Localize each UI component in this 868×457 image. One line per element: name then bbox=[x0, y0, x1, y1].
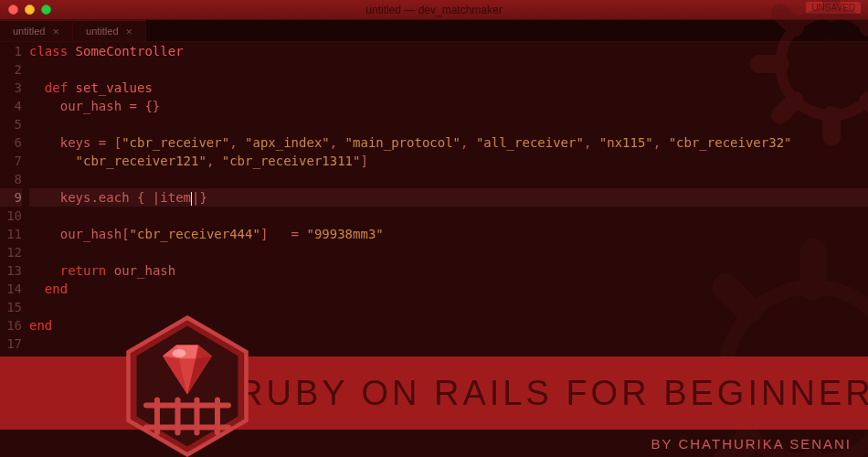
line-number: 9 bbox=[0, 188, 22, 207]
code-line[interactable] bbox=[29, 207, 868, 225]
line-number: 8 bbox=[0, 170, 22, 188]
tab-bar: untitled × untitled × bbox=[0, 20, 868, 42]
gear-decoration-icon bbox=[740, 0, 868, 155]
ruby-rails-logo-icon bbox=[119, 313, 256, 457]
tab-close-icon[interactable]: × bbox=[52, 26, 59, 37]
tab-close-icon[interactable]: × bbox=[126, 26, 133, 37]
line-number: 4 bbox=[0, 97, 22, 115]
line-number: 17 bbox=[0, 335, 22, 353]
line-number: 6 bbox=[0, 133, 22, 152]
banner-title: RUBY ON RAILS FOR BEGINNERS bbox=[238, 374, 868, 413]
traffic-lights bbox=[0, 5, 51, 15]
code-line[interactable] bbox=[29, 170, 868, 188]
close-window-button[interactable] bbox=[8, 5, 18, 15]
line-number: 7 bbox=[0, 152, 22, 170]
line-number: 10 bbox=[0, 207, 22, 225]
zoom-window-button[interactable] bbox=[41, 5, 51, 15]
window-titlebar: untitled — dev_matchmaker UNSAVED bbox=[0, 0, 868, 20]
svg-point-12 bbox=[173, 349, 186, 357]
svg-point-1 bbox=[806, 38, 857, 90]
code-line[interactable]: keys.each { |item|} bbox=[29, 188, 868, 207]
line-number-gutter: 123456789101112131415161718 bbox=[0, 42, 29, 335]
line-number: 15 bbox=[0, 298, 22, 316]
tab-label: untitled bbox=[86, 26, 118, 37]
tab-untitled-1[interactable]: untitled × bbox=[0, 20, 73, 41]
line-number: 13 bbox=[0, 261, 22, 280]
line-number: 12 bbox=[0, 243, 22, 261]
line-number: 3 bbox=[0, 79, 22, 97]
line-number: 14 bbox=[0, 280, 22, 298]
window-title: untitled — dev_matchmaker bbox=[365, 4, 502, 16]
line-number: 11 bbox=[0, 225, 22, 243]
line-number: 2 bbox=[0, 60, 22, 79]
tab-label: untitled bbox=[13, 26, 45, 37]
line-number: 16 bbox=[0, 316, 22, 335]
tab-untitled-2[interactable]: untitled × bbox=[73, 20, 146, 41]
byline: BY CHATHURIKA SENANI bbox=[651, 436, 852, 452]
minimize-window-button[interactable] bbox=[25, 5, 35, 15]
line-number: 5 bbox=[0, 115, 22, 133]
line-number: 1 bbox=[0, 42, 22, 60]
